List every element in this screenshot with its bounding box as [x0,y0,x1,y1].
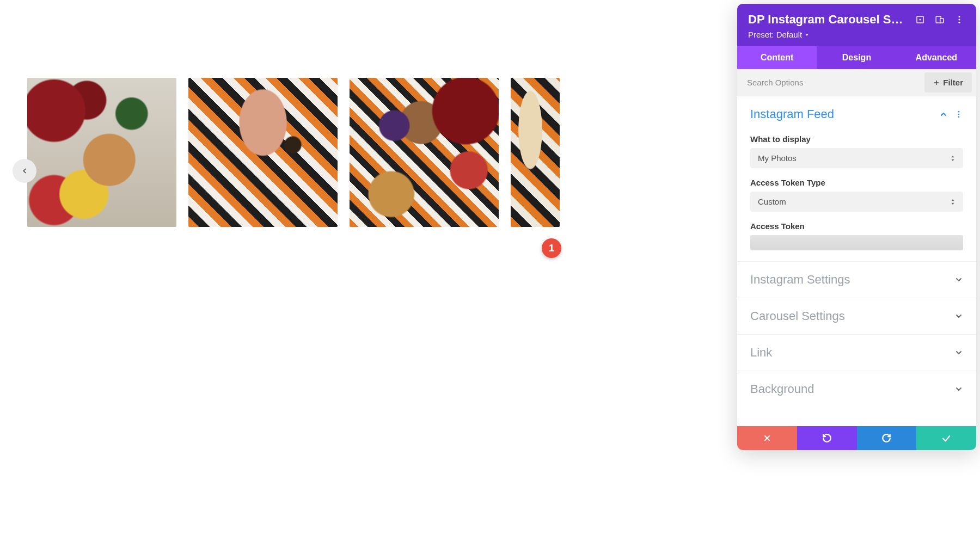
svg-marker-16 [952,202,954,204]
filter-button[interactable]: Filter [924,72,972,93]
expand-icon[interactable] [914,14,926,26]
redo-button[interactable] [857,426,917,450]
carousel-image[interactable] [350,78,499,227]
section-instagram-settings: Instagram Settings [737,261,976,298]
svg-marker-14 [952,159,954,161]
plus-icon [933,79,940,86]
select-caret-icon [950,198,955,206]
chevron-down-icon [954,312,963,321]
tab-design[interactable]: Design [817,46,896,69]
panel-tabs: Content Design Advanced [737,46,976,69]
what-to-display-select[interactable]: My Photos [750,148,963,168]
preset-label: Preset: Default [748,30,802,39]
section-link: Link [737,334,976,371]
select-value: Custom [758,197,786,206]
access-token-input[interactable] [750,235,963,250]
field-label: Access Token Type [750,178,963,187]
more-menu-icon[interactable] [953,14,965,26]
select-value: My Photos [758,153,797,163]
chevron-down-icon [954,348,963,357]
svg-point-11 [958,114,960,115]
panel-body[interactable]: Instagram Feed What to display My Photos [737,96,976,426]
tab-content[interactable]: Content [737,46,817,69]
search-input[interactable] [737,70,924,95]
caret-down-icon [804,32,810,38]
svg-marker-13 [952,156,954,157]
chevron-up-icon [939,110,948,119]
svg-point-6 [959,22,960,23]
settings-panel: DP Instagram Carousel Sett... Preset: De… [737,4,976,450]
section-title: Link [750,346,954,360]
undo-icon [822,433,832,443]
callout-badge-1: 1 [542,238,561,258]
svg-marker-15 [952,199,954,201]
carousel-prev-button[interactable] [13,159,36,183]
filter-label: Filter [943,78,963,87]
field-label: What to display [750,134,963,144]
section-title: Background [750,382,954,396]
check-icon [941,433,951,443]
select-caret-icon [950,155,955,162]
chevron-down-icon [954,385,963,393]
close-icon [763,434,771,442]
callout-number: 1 [549,243,554,254]
svg-point-5 [959,19,960,21]
preview-area [0,0,549,560]
tab-advanced[interactable]: Advanced [897,46,976,69]
carousel [27,78,549,227]
undo-button[interactable] [797,426,857,450]
section-header-background[interactable]: Background [737,371,976,407]
section-background: Background [737,371,976,407]
svg-point-4 [959,16,960,17]
section-carousel-settings: Carousel Settings [737,298,976,334]
svg-point-10 [958,111,960,113]
field-what-to-display: What to display My Photos [750,134,963,168]
panel-header: DP Instagram Carousel Sett... Preset: De… [737,4,976,46]
field-label: Access Token [750,221,963,231]
svg-rect-3 [940,19,944,23]
section-header-link[interactable]: Link [737,335,976,371]
section-title: Instagram Feed [750,107,939,121]
panel-title: DP Instagram Carousel Sett... [748,13,906,27]
redo-icon [881,433,891,443]
carousel-image[interactable] [188,78,338,227]
section-title: Carousel Settings [750,309,954,323]
responsive-view-icon[interactable] [934,14,946,26]
chevron-left-icon [21,167,28,175]
section-title: Instagram Settings [750,273,954,287]
svg-marker-7 [806,34,808,35]
access-token-type-select[interactable]: Custom [750,192,963,212]
carousel-image[interactable] [27,78,176,227]
field-access-token: Access Token [750,221,963,250]
section-header-instagram-feed[interactable]: Instagram Feed [737,96,976,132]
field-access-token-type: Access Token Type Custom [750,178,963,212]
svg-point-1 [920,19,921,21]
section-instagram-feed: Instagram Feed What to display My Photos [737,96,976,261]
carousel-image[interactable] [511,78,560,227]
section-header-instagram-settings[interactable]: Instagram Settings [737,262,976,298]
panel-search-row: Filter [737,69,976,96]
section-header-carousel-settings[interactable]: Carousel Settings [737,298,976,334]
chevron-down-icon [954,275,963,284]
preset-dropdown[interactable]: Preset: Default [748,30,810,39]
section-more-icon[interactable] [954,110,963,119]
panel-footer [737,426,976,450]
svg-point-12 [958,116,960,118]
save-button[interactable] [916,426,976,450]
close-button[interactable] [737,426,797,450]
